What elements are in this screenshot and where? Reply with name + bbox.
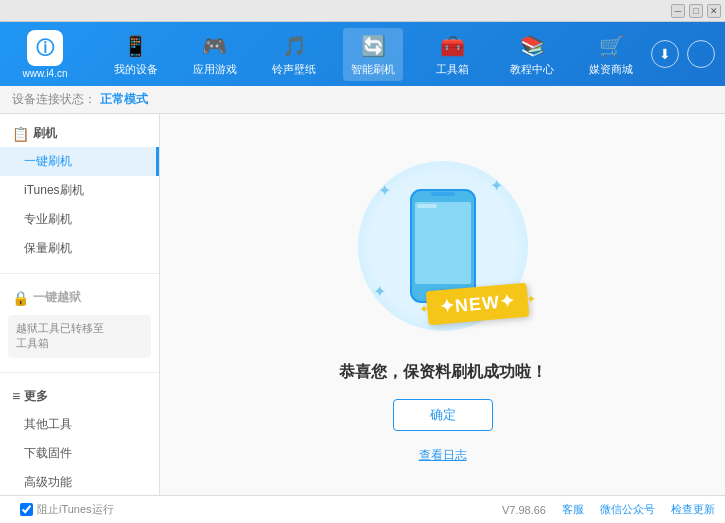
wechat-link[interactable]: 微信公众号: [600, 502, 655, 517]
sidebar: 📋 刷机 一键刷机 iTunes刷机 专业刷机 保量刷机 🔒 一键越狱: [0, 114, 160, 495]
sidebar-one-click-flash[interactable]: 一键刷机: [0, 147, 159, 176]
nav-ringtone[interactable]: 🎵 铃声壁纸: [264, 28, 324, 81]
nav-app-game[interactable]: 🎮 应用游戏: [185, 28, 245, 81]
nav-my-device-label: 我的设备: [114, 62, 158, 77]
logo-text: www.i4.cn: [22, 68, 67, 79]
stop-itunes-checkbox[interactable]: [20, 503, 33, 516]
jailbreak-section-icon: 🔒: [12, 290, 29, 306]
browse-log-link[interactable]: 查看日志: [419, 447, 467, 464]
sidebar-flash-header: 📋 刷机: [0, 120, 159, 147]
sidebar-jailbreak-section: 🔒 一键越狱 越狱工具已转移至工具箱: [0, 278, 159, 368]
success-illustration: ✦ ✦ ✦ ✦ ✦NEW✦ 恭喜您: [339, 146, 547, 464]
nav-media-store-label: 媒资商城: [589, 62, 633, 77]
status-label: 设备连接状态：: [12, 91, 96, 108]
sparkle-tl: ✦: [378, 181, 391, 200]
jailbreak-section-label: 一键越狱: [33, 289, 81, 306]
maximize-btn[interactable]: □: [689, 4, 703, 18]
sidebar-divider-1: [0, 273, 159, 274]
nav-smart-flash-label: 智能刷机: [351, 62, 395, 77]
my-device-icon: 📱: [122, 32, 150, 60]
ringtone-icon: 🎵: [280, 32, 308, 60]
header-right: ⬇ 👤: [651, 40, 715, 68]
sidebar-save-flash[interactable]: 保量刷机: [0, 234, 159, 263]
status-value: 正常模式: [100, 91, 148, 108]
nav-smart-flash[interactable]: 🔄 智能刷机: [343, 28, 403, 81]
nav-media-store[interactable]: 🛒 媒资商城: [581, 28, 641, 81]
sidebar-itunes-flash[interactable]: iTunes刷机: [0, 176, 159, 205]
title-bar: ─ □ ✕: [0, 0, 725, 22]
tutorial-icon: 📚: [518, 32, 546, 60]
sidebar-more-header: ≡ 更多: [0, 383, 159, 410]
app-game-icon: 🎮: [201, 32, 229, 60]
toolbox-icon: 🧰: [439, 32, 467, 60]
nav-bar: 📱 我的设备 🎮 应用游戏 🎵 铃声壁纸 🔄 智能刷机 🧰 工具箱 📚 教程中心…: [96, 28, 651, 81]
confirm-button[interactable]: 确定: [393, 399, 493, 431]
header: ⓘ www.i4.cn 📱 我的设备 🎮 应用游戏 🎵 铃声壁纸 🔄 智能刷机 …: [0, 22, 725, 86]
check-update-link[interactable]: 检查更新: [671, 502, 715, 517]
sparkle-tr: ✦: [490, 176, 503, 195]
sparkle-bl: ✦: [373, 282, 386, 301]
more-section-label: 更多: [24, 388, 48, 405]
flash-section-label: 刷机: [33, 125, 57, 142]
media-store-icon: 🛒: [597, 32, 625, 60]
sidebar-pro-flash[interactable]: 专业刷机: [0, 205, 159, 234]
success-text: 恭喜您，保资料刷机成功啦！: [339, 362, 547, 383]
bottom-right: V7.98.66 客服 微信公众号 检查更新: [502, 502, 715, 517]
logo-icon: ⓘ: [27, 30, 63, 66]
minimize-btn[interactable]: ─: [671, 4, 685, 18]
nav-toolbox-label: 工具箱: [436, 62, 469, 77]
close-btn[interactable]: ✕: [707, 4, 721, 18]
download-btn[interactable]: ⬇: [651, 40, 679, 68]
sidebar-jailbreak-header: 🔒 一键越狱: [0, 284, 159, 311]
nav-ringtone-label: 铃声壁纸: [272, 62, 316, 77]
nav-tutorial[interactable]: 📚 教程中心: [502, 28, 562, 81]
jailbreak-note: 越狱工具已转移至工具箱: [8, 315, 151, 358]
main-layout: 📋 刷机 一键刷机 iTunes刷机 专业刷机 保量刷机 🔒 一键越狱: [0, 114, 725, 495]
svg-rect-1: [415, 202, 471, 284]
sidebar-more-section: ≡ 更多 其他工具 下载固件 高级功能: [0, 377, 159, 495]
logo[interactable]: ⓘ www.i4.cn: [10, 30, 80, 79]
smart-flash-icon: 🔄: [359, 32, 387, 60]
status-bar: 设备连接状态： 正常模式: [0, 86, 725, 114]
main-content: ✦ ✦ ✦ ✦ ✦NEW✦ 恭喜您: [160, 114, 725, 495]
sidebar-flash-section: 📋 刷机 一键刷机 iTunes刷机 专业刷机 保量刷机: [0, 114, 159, 269]
sidebar-download-firmware[interactable]: 下载固件: [0, 439, 159, 468]
user-btn[interactable]: 👤: [687, 40, 715, 68]
sidebar-divider-2: [0, 372, 159, 373]
phone-badge-wrapper: ✦ ✦ ✦ ✦ ✦NEW✦: [343, 146, 543, 346]
stop-itunes-label[interactable]: 阻止iTunes运行: [10, 498, 124, 521]
version-text: V7.98.66: [502, 504, 546, 516]
customer-service-link[interactable]: 客服: [562, 502, 584, 517]
svg-rect-4: [417, 204, 437, 208]
nav-app-game-label: 应用游戏: [193, 62, 237, 77]
stop-itunes-text: 阻止iTunes运行: [37, 502, 114, 517]
bottom-bar: 阻止iTunes运行 V7.98.66 客服 微信公众号 检查更新: [0, 495, 725, 523]
nav-toolbox[interactable]: 🧰 工具箱: [423, 28, 483, 81]
sidebar-other-tools[interactable]: 其他工具: [0, 410, 159, 439]
bottom-left: 阻止iTunes运行: [10, 498, 124, 521]
flash-section-icon: 📋: [12, 126, 29, 142]
svg-rect-2: [431, 192, 455, 196]
sidebar-advanced[interactable]: 高级功能: [0, 468, 159, 495]
more-section-icon: ≡: [12, 388, 20, 404]
nav-my-device[interactable]: 📱 我的设备: [106, 28, 166, 81]
nav-tutorial-label: 教程中心: [510, 62, 554, 77]
